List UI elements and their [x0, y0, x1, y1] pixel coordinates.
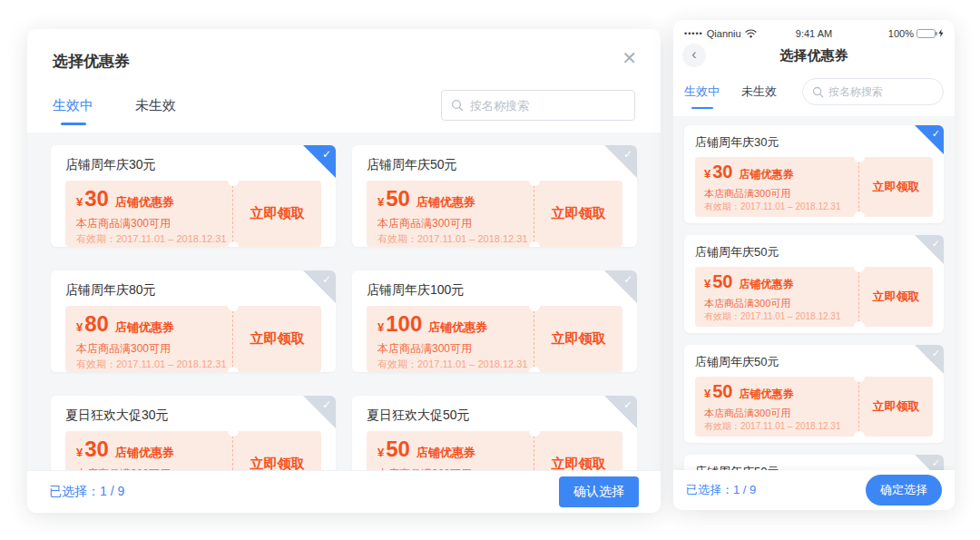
modal-header: 选择优惠券 ✕ — [27, 29, 661, 72]
check-icon: ✓ — [623, 398, 632, 411]
coupon-amount: 50 — [712, 270, 732, 293]
coupon-validity: 有效期：2017.11.01 – 2018.12.31 — [76, 357, 221, 371]
coupon-card[interactable]: 店铺周年庆50元 ✓ ¥ 50 店铺优惠券 本店商品满300可用 有效期：201… — [684, 345, 944, 443]
coupon-validity: 有效期：2017.11.01 – 2018.12.31 — [704, 310, 849, 323]
claim-now-button[interactable]: 立即领取 — [534, 306, 622, 372]
currency-symbol: ¥ — [704, 162, 710, 185]
claim-now-button[interactable]: 立即领取 — [232, 306, 321, 372]
coupon-price-row: ¥ 30 店铺优惠券 — [76, 437, 221, 466]
coupon-card[interactable]: 店铺周年庆50元 ✓ ¥ 50 店铺优惠券 本店商品满300可用 有效期：201… — [684, 455, 944, 470]
confirm-selection-button[interactable]: 确认选择 — [559, 476, 639, 507]
selected-count: 已选择：1 / 9 — [49, 484, 124, 500]
coupon-condition: 本店商品满300可用 — [704, 186, 849, 201]
coupon-ticket-info: ¥ 80 店铺优惠券 本店商品满300可用 有效期：2017.11.01 – 2… — [65, 306, 232, 372]
coupon-name: 店铺优惠券 — [115, 440, 174, 466]
claim-now-button[interactable]: 立即领取 — [534, 181, 622, 247]
coupon-ticket: ¥ 50 店铺优惠券 本店商品满300可用 有效期：2017.11.01 – 2… — [367, 181, 622, 247]
status-left: ••••• Qianniu — [684, 28, 771, 39]
coupon-ticket: ¥ 80 店铺优惠券 本店商品满300可用 有效期：2017.11.01 – 2… — [65, 306, 321, 372]
coupon-condition: 本店商品满300可用 — [704, 296, 849, 310]
carrier-label: Qianniu — [707, 28, 741, 39]
coupon-ticket-info: ¥ 50 店铺优惠券 本店商品满300可用 有效期：2017.11.01 – 2… — [367, 181, 534, 247]
coupon-price-row: ¥ 80 店铺优惠券 — [76, 311, 221, 340]
coupon-ticket: ¥ 30 店铺优惠券 本店商品满300可用 有效期：2017.11.01 – 2… — [695, 157, 933, 217]
coupon-name: 店铺优惠券 — [416, 190, 475, 215]
coupon-card[interactable]: 夏日狂欢大促30元 ✓ ¥ 30 店铺优惠券 本店商品满300可用 有效期：20… — [51, 396, 336, 471]
close-icon[interactable]: ✕ — [622, 49, 637, 67]
search-icon — [812, 86, 824, 98]
coupon-amount: 80 — [84, 311, 109, 337]
check-icon: ✓ — [932, 457, 940, 469]
coupon-card[interactable]: 夏日狂欢大促50元 ✓ ¥ 50 店铺优惠券 本店商品满300可用 有效期：20… — [352, 396, 637, 471]
check-icon: ✓ — [322, 273, 331, 286]
currency-symbol: ¥ — [377, 315, 384, 340]
coupon-ticket-info: ¥ 100 店铺优惠券 本店商品满300可用 有效期：2017.11.01 – … — [367, 306, 534, 372]
coupon-price-row: ¥ 30 店铺优惠券 — [704, 161, 849, 186]
claim-now-button[interactable]: 立即领取 — [534, 431, 622, 471]
mobile-selected-count: 已选择：1 / 9 — [686, 482, 756, 498]
coupon-card-title: 店铺周年庆50元 — [695, 244, 933, 260]
tab-active-coupons[interactable]: 生效中 — [53, 97, 93, 114]
mobile-coupon-list: 店铺周年庆30元 ✓ ¥ 30 店铺优惠券 本店商品满300可用 有效期：201… — [673, 116, 955, 470]
coupon-ticket-info: ¥ 30 店铺优惠券 本店商品满300可用 有效期：2017.11.01 – 2… — [65, 181, 232, 247]
claim-now-button[interactable]: 立即领取 — [858, 267, 933, 327]
back-button[interactable]: ‹ — [682, 44, 706, 67]
coupon-card-title: 店铺周年庆50元 — [695, 464, 933, 470]
coupon-validity: 有效期：2017.11.01 – 2018.12.31 — [377, 357, 523, 371]
charging-bolt-icon — [938, 29, 944, 37]
mobile-nav-bar: ‹ 选择优惠券 — [673, 40, 955, 71]
coupon-card[interactable]: 店铺周年庆50元 ✓ ¥ 50 店铺优惠券 本店商品满300可用 有效期：201… — [684, 235, 944, 333]
screen: 选择优惠券 ✕ 生效中 未生效 店铺周年庆30元 ✓ ¥ 30 — [0, 0, 980, 540]
coupon-card-title: 店铺周年庆30元 — [65, 156, 321, 173]
coupon-card-title: 店铺周年庆80元 — [65, 281, 321, 299]
check-icon: ✓ — [623, 148, 632, 161]
currency-symbol: ¥ — [704, 382, 710, 405]
tab-inactive-coupons[interactable]: 未生效 — [135, 97, 176, 114]
battery-percent-label: 100% — [888, 28, 914, 39]
coupon-amount: 30 — [712, 161, 732, 183]
coupon-ticket: ¥ 30 店铺优惠券 本店商品满300可用 有效期：2017.11.01 – 2… — [65, 181, 321, 247]
currency-symbol: ¥ — [704, 272, 710, 295]
mobile-search-box[interactable] — [802, 78, 944, 105]
search-input[interactable] — [470, 99, 625, 113]
tab-bar: 生效中 未生效 — [27, 72, 661, 133]
claim-now-button[interactable]: 立即领取 — [232, 431, 321, 471]
mobile-tab-active-coupons[interactable]: 生效中 — [684, 83, 720, 100]
coupon-ticket-info: ¥ 50 店铺优惠券 本店商品满300可用 有效期：2017.11.01 – 2… — [367, 431, 534, 471]
coupon-price-row: ¥ 30 店铺优惠券 — [76, 186, 221, 215]
coupon-validity: 有效期：2017.11.01 – 2018.12.31 — [76, 231, 221, 246]
coupon-select-modal: 选择优惠券 ✕ 生效中 未生效 店铺周年庆30元 ✓ ¥ 30 — [27, 29, 661, 513]
search-box[interactable] — [441, 90, 635, 121]
mobile-coupon-screen: ••••• Qianniu 9:41 AM 100% ‹ 选 — [673, 20, 955, 510]
coupon-ticket-info: ¥ 50 店铺优惠券 本店商品满300可用 有效期：2017.11.01 – 2… — [695, 267, 858, 327]
modal-title: 选择优惠券 — [53, 51, 635, 72]
claim-now-button[interactable]: 立即领取 — [858, 377, 933, 437]
coupon-card[interactable]: 店铺周年庆80元 ✓ ¥ 80 店铺优惠券 本店商品满300可用 有效期：201… — [51, 270, 336, 372]
coupon-ticket: ¥ 50 店铺优惠券 本店商品满300可用 有效期：2017.11.01 – 2… — [695, 267, 933, 327]
mobile-tab-inactive-coupons[interactable]: 未生效 — [741, 83, 777, 100]
coupon-card[interactable]: 店铺周年庆30元 ✓ ¥ 30 店铺优惠券 本店商品满300可用 有效期：201… — [684, 125, 944, 223]
claim-now-button[interactable]: 立即领取 — [858, 157, 933, 217]
coupon-ticket-info: ¥ 30 店铺优惠券 本店商品满300可用 有效期：2017.11.01 – 2… — [695, 157, 858, 217]
claim-now-button[interactable]: 立即领取 — [232, 181, 321, 247]
coupon-card[interactable]: 店铺周年庆50元 ✓ ¥ 50 店铺优惠券 本店商品满300可用 有效期：201… — [352, 145, 637, 247]
coupon-ticket: ¥ 50 店铺优惠券 本店商品满300可用 有效期：2017.11.01 – 2… — [695, 377, 933, 437]
coupon-price-row: ¥ 50 店铺优惠券 — [704, 270, 849, 296]
currency-symbol: ¥ — [377, 440, 384, 466]
mobile-confirm-selection-button[interactable]: 确定选择 — [866, 475, 942, 506]
search-icon — [451, 99, 464, 112]
coupon-validity: 有效期：2017.11.01 – 2018.12.31 — [704, 420, 849, 433]
coupon-name: 店铺优惠券 — [115, 190, 174, 215]
mobile-search-input[interactable] — [828, 85, 934, 98]
coupon-name: 店铺优惠券 — [115, 315, 174, 340]
coupon-card[interactable]: 店铺周年庆100元 ✓ ¥ 100 店铺优惠券 本店商品满300可用 有效期：2… — [352, 270, 637, 372]
coupon-ticket: ¥ 100 店铺优惠券 本店商品满300可用 有效期：2017.11.01 – … — [367, 306, 622, 372]
coupon-name: 店铺优惠券 — [739, 163, 793, 186]
coupon-condition: 本店商品满300可用 — [76, 340, 221, 357]
coupon-card[interactable]: 店铺周年庆30元 ✓ ¥ 30 店铺优惠券 本店商品满300可用 有效期：201… — [51, 145, 336, 247]
battery-icon — [916, 29, 936, 38]
chevron-left-icon: ‹ — [691, 47, 696, 62]
coupon-card-title: 店铺周年庆50元 — [695, 354, 933, 370]
modal-footer: 已选择：1 / 9 确认选择 — [27, 471, 661, 513]
coupon-ticket-info: ¥ 30 店铺优惠券 本店商品满300可用 有效期：2017.11.01 – 2… — [65, 431, 232, 471]
